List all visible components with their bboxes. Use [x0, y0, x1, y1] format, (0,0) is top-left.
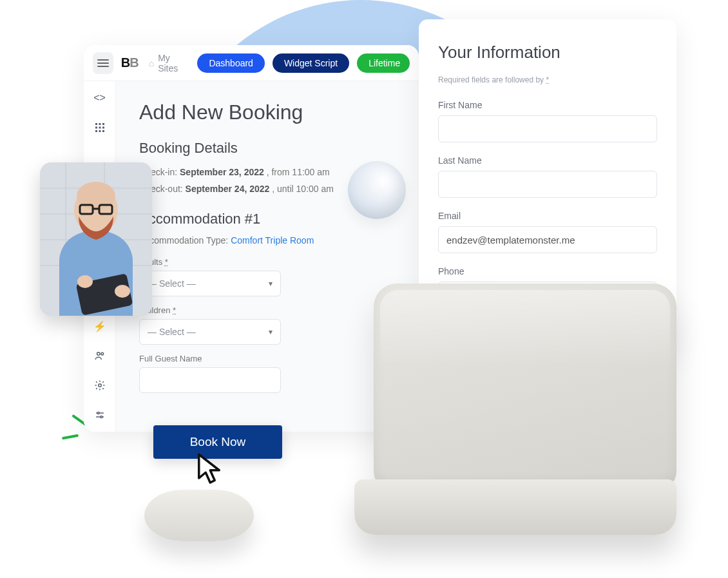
full-guest-name-input[interactable] [139, 367, 281, 393]
my-sites-link[interactable]: ⌂ My Sites [149, 53, 190, 73]
phone-label: Phone [438, 266, 657, 276]
svg-rect-5 [102, 127, 104, 129]
my-sites-label: My Sites [158, 53, 189, 73]
children-select[interactable]: — Select — ▾ [139, 319, 281, 345]
svg-rect-7 [99, 130, 101, 132]
svg-point-30 [77, 275, 93, 288]
logo: BB [121, 55, 139, 70]
chevron-down-icon: ▾ [269, 279, 273, 288]
first-name-input[interactable] [438, 115, 657, 142]
svg-rect-3 [95, 127, 97, 129]
apps-icon[interactable] [93, 121, 106, 134]
admin-header: BB ⌂ My Sites Dashboard Widget Script Li… [84, 45, 419, 81]
page-title: Add New Booking [139, 101, 396, 124]
code-icon[interactable]: <> [93, 92, 106, 104]
gear-icon[interactable] [93, 379, 106, 392]
accommodation-heading: Accommodation #1 [139, 211, 396, 227]
svg-rect-1 [99, 123, 101, 125]
email-label: Email [438, 211, 657, 221]
sliders-icon[interactable] [93, 409, 106, 421]
svg-point-15 [100, 416, 102, 418]
children-select-value: — Select — [148, 327, 196, 337]
decorative-laptop [348, 284, 683, 554]
svg-rect-8 [102, 130, 104, 132]
booking-details-heading: Booking Details [139, 140, 396, 157]
nav-dashboard[interactable]: Dashboard [197, 53, 265, 73]
house-icon: ⌂ [149, 58, 154, 68]
adults-label: Adults * [139, 257, 396, 267]
svg-rect-0 [95, 123, 97, 125]
adults-select[interactable]: — Select — ▾ [139, 271, 281, 296]
users-icon[interactable] [93, 349, 106, 362]
accommodation-type: Accommodation Type: Comfort Triple Room [139, 235, 396, 246]
svg-rect-6 [95, 130, 97, 132]
svg-point-11 [98, 384, 101, 387]
decorative-mouse [144, 490, 254, 541]
required-note: Required fields are followed by * [438, 75, 657, 84]
person-thumbnail [40, 162, 152, 316]
svg-point-31 [115, 285, 130, 298]
last-name-label: Last Name [438, 155, 657, 166]
svg-point-13 [97, 412, 99, 414]
menu-icon[interactable] [93, 52, 113, 74]
email-input[interactable]: endzev@templatemonster.me [438, 226, 657, 253]
svg-rect-2 [102, 123, 104, 125]
your-information-heading: Your Information [438, 43, 657, 63]
last-name-input[interactable] [438, 171, 657, 198]
cursor-icon [193, 451, 229, 490]
svg-point-9 [97, 352, 100, 356]
first-name-label: First Name [438, 100, 657, 110]
adults-select-value: — Select — [148, 278, 196, 289]
nav-widget-script[interactable]: Widget Script [273, 53, 349, 73]
bolt-icon[interactable]: ⚡ [93, 320, 106, 332]
svg-point-10 [101, 352, 103, 355]
chevron-down-icon: ▾ [269, 327, 273, 336]
accommodation-type-link[interactable]: Comfort Triple Room [231, 235, 314, 246]
svg-rect-4 [99, 127, 101, 129]
nav-lifetime[interactable]: Lifetime [357, 53, 410, 73]
decorative-sphere [348, 161, 406, 219]
